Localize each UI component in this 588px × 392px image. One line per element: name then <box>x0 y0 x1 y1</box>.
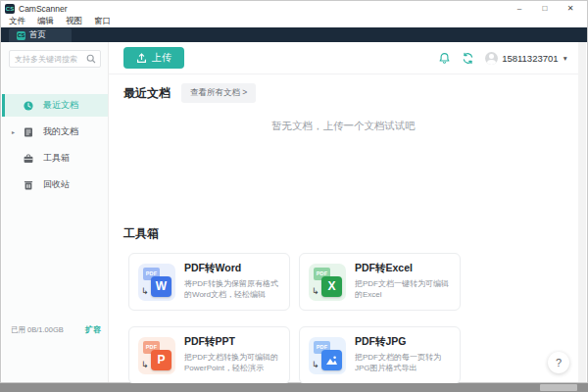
card-title: PDF转Excel <box>355 262 451 275</box>
storage-used-label: 已用 0B/1.00GB <box>11 325 64 335</box>
document-icon <box>23 126 34 138</box>
storage-expand-button[interactable]: 扩容 <box>85 324 101 335</box>
search-icon <box>86 54 96 64</box>
upload-button[interactable]: 上传 <box>123 47 184 69</box>
pdf-to-excel-icon: PDF ↳ X <box>309 264 346 301</box>
expand-caret-icon[interactable]: ▸ <box>12 128 15 135</box>
notification-bell-icon[interactable] <box>438 52 451 65</box>
card-text: PDF转PPT 把PDF文档转换为可编辑的PowerPoint，轻松演示 <box>184 335 280 375</box>
sidebar-item-label: 回收站 <box>43 178 70 191</box>
account-phone: 15811323701 <box>502 53 558 64</box>
card-pdf-to-ppt[interactable]: PDF ↳ P PDF转PPT 把PDF文档转换为可编辑的PowerPoint，… <box>128 326 290 384</box>
card-title: PDF转Word <box>184 262 280 275</box>
menu-file[interactable]: 文件 <box>9 16 25 27</box>
clock-icon <box>23 100 34 112</box>
storage-row: 已用 0B/1.00GB 扩容 <box>11 324 101 335</box>
convert-arrow-icon: ↳ <box>312 287 319 296</box>
card-text: PDF转JPG 把PDF文档的每一页转为JPG图片格式导出 <box>355 335 451 375</box>
sidebar-item-label: 我的文档 <box>43 125 78 138</box>
card-desc: 将PDF转换为保留原有格式的Word文档，轻松编辑 <box>184 278 280 300</box>
toolbox-title: 工具箱 <box>123 226 159 240</box>
recent-docs-title: 最近文档 <box>123 85 171 102</box>
pdf-to-jpg-icon: PDF ↳ <box>309 337 346 374</box>
search-input[interactable] <box>15 55 85 64</box>
tab-home[interactable]: CS 首页 <box>9 28 72 42</box>
recent-docs-header: 最近文档 查看所有文档 > <box>123 83 256 103</box>
convert-arrow-icon: ↳ <box>141 361 149 369</box>
card-text: PDF转Word 将PDF转换为保留原有格式的Word文档，轻松编辑 <box>184 262 280 302</box>
convert-arrow-icon: ↳ <box>312 361 319 369</box>
card-text: PDF转Excel 把PDF文档一键转为可编辑的Excel <box>355 262 451 302</box>
avatar <box>485 52 498 65</box>
menu-view[interactable]: 视图 <box>66 16 82 27</box>
briefcase-icon <box>23 153 34 165</box>
search-box[interactable] <box>9 50 101 68</box>
maximize-button[interactable]: □ <box>532 2 558 15</box>
card-pdf-to-jpg[interactable]: PDF ↳ PDF转JPG 把PDF文档的每一页转为JPG图片格式导出 <box>299 326 461 384</box>
excel-letter-icon: X <box>321 276 342 297</box>
window-controls: – □ ✕ <box>507 2 583 15</box>
view-all-docs-button[interactable]: 查看所有文档 > <box>181 83 256 103</box>
card-desc: 把PDF文档一键转为可编辑的Excel <box>355 278 451 300</box>
minimize-button[interactable]: – <box>507 2 532 15</box>
main-toolbar: 上传 15811323701 ▼ <box>109 42 578 74</box>
main-area: 上传 15811323701 ▼ 最近文档 <box>109 42 578 382</box>
help-button[interactable]: ? <box>548 352 569 373</box>
titlebar: CS CamScanner – □ ✕ <box>1 1 587 15</box>
app-logo-icon: CS <box>5 4 15 14</box>
sidebar-item-label: 工具箱 <box>43 152 70 165</box>
toolbox-cards: PDF ↳ W PDF转Word 将PDF转换为保留原有格式的Word文档，轻松… <box>128 253 461 384</box>
card-pdf-to-word[interactable]: PDF ↳ W PDF转Word 将PDF转换为保留原有格式的Word文档，轻松… <box>128 253 290 311</box>
card-title: PDF转PPT <box>184 335 280 349</box>
sidebar-item-recent-docs[interactable]: 最近文档 <box>2 94 108 117</box>
menu-window[interactable]: 窗口 <box>94 16 111 27</box>
upload-icon <box>136 53 147 64</box>
menubar: 文件 编辑 视图 窗口 <box>1 15 587 27</box>
convert-arrow-icon: ↳ <box>141 287 149 296</box>
sidebar: 最近文档 ▸ 我的文档 工具箱 <box>2 42 109 382</box>
vertical-scrollbar[interactable] <box>578 42 586 382</box>
sync-icon[interactable] <box>462 52 474 65</box>
menu-edit[interactable]: 编辑 <box>37 16 54 27</box>
pdf-to-word-icon: PDF ↳ W <box>138 264 175 301</box>
app-window: CS CamScanner – □ ✕ 文件 编辑 视图 窗口 CS 首页 <box>0 0 588 383</box>
trash-icon <box>23 179 34 191</box>
image-icon <box>321 350 342 370</box>
tab-home-label: 首页 <box>29 29 46 41</box>
card-desc: 把PDF文档转换为可编辑的PowerPoint，轻松演示 <box>184 352 280 373</box>
tabbar: CS 首页 <box>1 27 587 42</box>
sidebar-item-toolbox[interactable]: 工具箱 <box>2 147 108 170</box>
pdf-to-ppt-icon: PDF ↳ P <box>138 337 175 374</box>
upload-button-label: 上传 <box>152 51 172 65</box>
empty-state-text: 暂无文档，上传一个文档试试吧 <box>109 120 578 133</box>
sidebar-item-recycle-bin[interactable]: 回收站 <box>2 173 108 196</box>
tab-logo-icon: CS <box>17 31 25 40</box>
card-title: PDF转JPG <box>355 335 451 349</box>
sidebar-item-label: 最近文档 <box>43 99 78 112</box>
account-menu[interactable]: 15811323701 ▼ <box>485 52 568 65</box>
sidebar-nav: 最近文档 ▸ 我的文档 工具箱 <box>2 94 108 196</box>
card-desc: 把PDF文档的每一页转为JPG图片格式导出 <box>355 352 451 373</box>
word-letter-icon: W <box>151 276 172 297</box>
bottom-strip <box>0 383 588 392</box>
ppt-letter-icon: P <box>151 350 172 370</box>
app-title: CamScanner <box>19 4 68 14</box>
toolbox-header: 工具箱 <box>123 223 159 242</box>
card-pdf-to-excel[interactable]: PDF ↳ X PDF转Excel 把PDF文档一键转为可编辑的Excel <box>299 253 461 311</box>
close-button[interactable]: ✕ <box>558 2 583 15</box>
sidebar-item-my-docs[interactable]: ▸ 我的文档 <box>2 121 108 143</box>
chevron-down-icon: ▼ <box>563 55 568 62</box>
horizontal-scrollbar-thumb[interactable] <box>540 384 577 391</box>
toolbar-right: 15811323701 ▼ <box>438 52 568 65</box>
screen: CS CamScanner – □ ✕ 文件 编辑 视图 窗口 CS 首页 <box>0 0 588 392</box>
